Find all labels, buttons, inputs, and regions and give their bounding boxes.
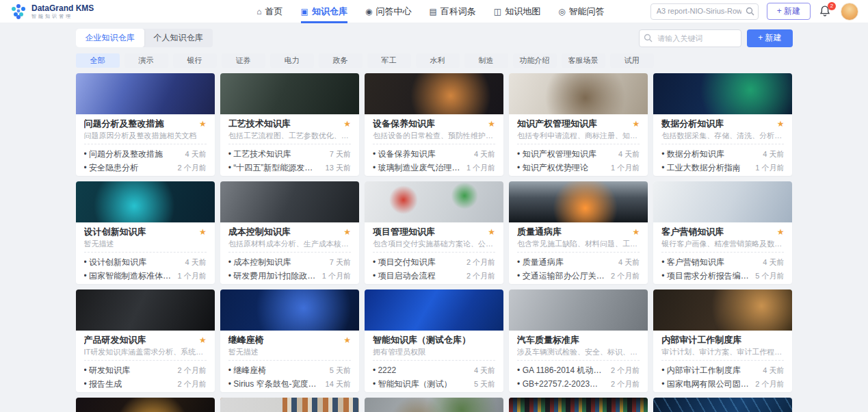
header-new-button[interactable]: + 新建	[767, 3, 811, 20]
nav-item-智能问答[interactable]: ◎智能问答	[558, 0, 604, 23]
filter-pill-政务[interactable]: 政务	[319, 53, 363, 68]
filter-pill-军工[interactable]: 军工	[367, 53, 411, 68]
star-icon[interactable]: ★	[777, 118, 785, 129]
search-icon[interactable]	[746, 7, 754, 16]
knowledge-card[interactable]: ★	[220, 398, 359, 412]
doc-item[interactable]: 质量通病库 4 天前	[517, 255, 640, 269]
knowledge-card[interactable]: 设备保养知识库 ★ 包括设备的日常检查、预防性维护计划、故障诊... 设备保养知…	[365, 73, 503, 176]
doc-item[interactable]: 工业大数据分析指南 1 个月前	[661, 161, 784, 175]
doc-item[interactable]: 设备保养知识库 4 天前	[373, 147, 495, 161]
star-icon[interactable]: ★	[343, 335, 351, 346]
doc-item[interactable]: 客户营销知识库 4 天前	[661, 255, 784, 269]
nav-item-百科词条[interactable]: ▤百科词条	[429, 0, 475, 23]
nav-item-首页[interactable]: ⌂首页	[257, 0, 282, 23]
knowledge-card[interactable]: 数据分析知识库 ★ 包括数据采集、存储、清洗、分析和可视化等内... 数据分析知…	[653, 73, 792, 176]
card-description: 包含项目交付实施基础方案论、公司成本、进度...	[373, 240, 495, 248]
doc-item[interactable]: 研发费用加计扣除政策执行指引... 1 个月前	[228, 269, 351, 283]
toolbar-new-button[interactable]: + 新建	[747, 29, 792, 47]
doc-item[interactable]: “十四五”新型能源发展实施方案 13 天前	[228, 161, 351, 175]
doc-item[interactable]: 设计创新知识库 4 天前	[84, 255, 207, 269]
filter-pill-电力[interactable]: 电力	[270, 53, 314, 68]
filter-pill-演示[interactable]: 演示	[124, 53, 168, 68]
knowledge-card[interactable]: ★	[365, 398, 503, 412]
knowledge-card[interactable]: 项目管理知识库 ★ 包含项目交付实施基础方案论、公司成本、进度... 项目交付知…	[365, 181, 503, 284]
knowledge-card[interactable]: ★	[76, 398, 215, 412]
doc-item[interactable]: 内部审计工作制度库 4 天前	[661, 363, 784, 377]
doc-item[interactable]: 研发知识库 2 个月前	[84, 363, 207, 377]
knowledge-card[interactable]: 内部审计工作制度库 ★ 审计计划、审计方案、审计工作程序、审计质量 内部审计工作…	[653, 289, 792, 392]
knowledge-card[interactable]: 客户营销知识库 ★ 银行客户画像、精准营销策略及数字化渠道管理... 客户营销知…	[653, 181, 792, 284]
doc-item[interactable]: 交通运输部办公厅关于2016年下... 2 个月前	[517, 269, 640, 283]
doc-item[interactable]: 安全隐患分析 2 个月前	[84, 161, 207, 175]
doc-item[interactable]: GB+22757.2-2023轻型汽车能源... 2 个月前	[517, 377, 640, 391]
doc-item[interactable]: 项目需求分析报告编制提纲 5 个月前	[661, 269, 784, 283]
card-cover-image	[653, 73, 792, 114]
toolbar: 企业知识仓库个人知识仓库 + 新建	[76, 29, 793, 47]
star-icon[interactable]: ★	[488, 118, 495, 129]
star-icon[interactable]: ★	[199, 335, 207, 346]
doc-item[interactable]: 玻璃制造业废气治理工程技术规... 1 个月前	[373, 161, 495, 175]
star-icon[interactable]: ★	[488, 227, 495, 237]
keyword-search-input[interactable]	[639, 29, 741, 47]
card-cover-image	[365, 289, 503, 331]
knowledge-card[interactable]: 问题分析及整改措施 ★ 问题原因分析及整改措施相关文档 问题分析及整改措施 4 …	[76, 73, 215, 176]
doc-item[interactable]: 数据分析知识库 4 天前	[661, 147, 784, 161]
knowledge-card[interactable]: 工艺技术知识库 ★ 包括工艺流程图、工艺参数优化、新材料应用、... 工艺技术知…	[220, 73, 359, 176]
notification-bell[interactable]: 2	[819, 5, 832, 18]
knowledge-card[interactable]: 智能知识库（测试仓库） ★ 拥有管理员权限 2222 4 天前 智能知识库（测试…	[365, 289, 503, 392]
doc-item[interactable]: 项目交付知识库 2 个月前	[373, 255, 495, 269]
doc-item[interactable]: 国家电网有限公司固定资产管理... 2 个月前	[661, 377, 784, 391]
doc-item[interactable]: 报告生成 2 个月前	[84, 377, 207, 391]
doc-item[interactable]: 工艺技术知识库 7 天前	[228, 147, 351, 161]
star-icon[interactable]: ★	[199, 227, 207, 237]
filter-pill-银行[interactable]: 银行	[173, 53, 217, 68]
nav-item-知识地图[interactable]: ◫知识地图	[494, 0, 540, 23]
card-description: 包括专利申请流程、商标注册、知识产权保护策...	[517, 131, 640, 140]
card-title-row: 智能知识库（测试仓库） ★	[373, 335, 495, 346]
star-icon[interactable]: ★	[343, 227, 351, 237]
doc-item[interactable]: 项目启动会流程 2 个月前	[373, 269, 495, 283]
doc-time: 2 个月前	[178, 363, 207, 377]
repo-tab-企业知识仓库[interactable]: 企业知识仓库	[76, 29, 144, 47]
doc-item[interactable]: 继峰座椅 5 天前	[228, 363, 351, 377]
filter-pill-证券[interactable]: 证券	[222, 53, 265, 68]
star-icon[interactable]: ★	[199, 118, 207, 129]
nav-label: 知识地图	[505, 5, 540, 18]
filter-pill-客服场景[interactable]: 客服场景	[562, 53, 605, 68]
knowledge-card[interactable]: 成本控制知识库 ★ 包括原材料成本分析、生产成本核算、成本优化... 成本控制知…	[220, 181, 359, 284]
knowledge-card[interactable]: 产品研发知识库 ★ IT研发知识库涵盖需求分析、系统设计、编码规... 研发知识…	[76, 289, 215, 392]
nav-item-知识仓库[interactable]: ▣知识仓库	[301, 0, 347, 23]
knowledge-card[interactable]: ★	[509, 398, 648, 412]
filter-pill-水利[interactable]: 水利	[416, 53, 460, 68]
doc-item[interactable]: 知识产权管理知识库 4 天前	[517, 147, 640, 161]
knowledge-card[interactable]: 知识产权管理知识库 ★ 包括专利申请流程、商标注册、知识产权保护策... 知识产…	[509, 73, 648, 176]
filter-pill-功能介绍[interactable]: 功能介绍	[513, 53, 557, 68]
star-icon[interactable]: ★	[343, 118, 351, 129]
doc-item[interactable]: 知识产权优势理论 1 个月前	[517, 161, 640, 175]
filter-pill-试用[interactable]: 试用	[610, 53, 654, 68]
doc-name: 研发费用加计扣除政策执行指引...	[228, 269, 317, 283]
knowledge-card[interactable]: ★	[653, 398, 792, 412]
doc-item[interactable]: 成本控制知识库 7 天前	[228, 255, 351, 269]
knowledge-card[interactable]: 设计创新知识库 ★ 暂无描述 设计创新知识库 4 天前 国家智能制造标准体系建设…	[76, 181, 215, 284]
doc-item[interactable]: 智能知识库（测试） 5 天前	[373, 377, 495, 391]
star-icon[interactable]: ★	[633, 227, 640, 237]
repo-tab-个人知识仓库[interactable]: 个人知识仓库	[144, 29, 213, 47]
doc-item[interactable]: 2222 4 天前	[373, 363, 495, 377]
card-cover-image	[509, 289, 648, 331]
knowledge-card[interactable]: 汽车质量标准库 ★ 涉及车辆测试检验、安全、标识、车辆零部件，... GA 11…	[509, 289, 648, 392]
doc-item[interactable]: Sirius 窄条鼓包-宽度不均匀 14 天前	[228, 377, 351, 391]
doc-item[interactable]: GA 1186-2014 机动车安全技术... 2 个月前	[517, 363, 640, 377]
star-icon[interactable]: ★	[777, 227, 785, 237]
brand[interactable]: DataGrand KMS 智能知识管理	[10, 3, 94, 21]
nav-item-问答中心[interactable]: ◉问答中心	[365, 0, 411, 23]
star-icon[interactable]: ★	[633, 118, 640, 129]
knowledge-card[interactable]: 继峰座椅 ★ 暂无描述 继峰座椅 5 天前 Sirius 窄条鼓包-宽度不均匀 …	[220, 289, 359, 392]
filter-pill-制造[interactable]: 制造	[464, 53, 508, 68]
doc-item[interactable]: 国家智能制造标准体系建设指南 1 个月前	[84, 269, 207, 283]
filter-pill-全部[interactable]: 全部	[76, 53, 120, 68]
doc-item[interactable]: 问题分析及整改措施 4 天前	[84, 147, 207, 161]
user-avatar[interactable]	[841, 3, 858, 21]
global-search-input[interactable]	[650, 3, 759, 20]
knowledge-card[interactable]: 质量通病库 ★ 包含常见施工缺陷、材料问题、工艺疏漏及整改... 质量通病库 4…	[509, 181, 648, 284]
